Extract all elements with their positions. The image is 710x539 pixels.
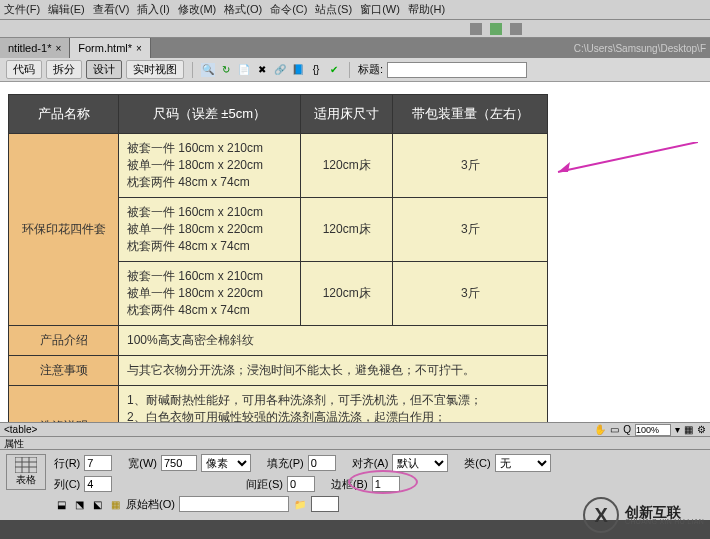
link-icon[interactable]: 🔗 <box>273 63 287 77</box>
refresh-icon[interactable]: ↻ <box>219 63 233 77</box>
design-canvas[interactable]: 产品名称 尺码（误差 ±5cm） 适用床尺寸 带包装重量（左右） 环保印花四件套… <box>0 82 710 422</box>
th-size[interactable]: 尺码（误差 ±5cm） <box>119 95 301 134</box>
padding-label: 填充(P) <box>267 456 304 471</box>
align-center-icon[interactable]: ⬔ <box>72 497 86 511</box>
document-tabs: ntitled-1* × Form.html* × C:\Users\Samsu… <box>0 38 710 58</box>
grid-icon[interactable]: ▦ <box>684 424 693 435</box>
cell-spec[interactable]: 被套一件 160cm x 210cm 被单一件 180cm x 220cm 枕套… <box>119 198 301 262</box>
wash-line: 1、耐碱耐热性能好，可用各种洗涤剂，可手洗机洗，但不宜氯漂； <box>127 392 539 409</box>
layout-icon[interactable] <box>470 23 482 35</box>
spec-line: 被单一件 180cm x 220cm <box>127 157 292 174</box>
cell-bed[interactable]: 120cm床 <box>300 262 393 326</box>
inspect-icon[interactable]: 🔍 <box>201 63 215 77</box>
spec-line: 被单一件 180cm x 220cm <box>127 285 292 302</box>
main-icon-toolbar <box>0 20 710 38</box>
zoom-input[interactable] <box>635 424 671 436</box>
class-select[interactable]: 无 <box>495 454 551 472</box>
cell-bed[interactable]: 120cm床 <box>300 134 393 198</box>
width-label: 宽(W) <box>128 456 157 471</box>
rows-input[interactable] <box>84 455 112 471</box>
menu-modify[interactable]: 修改(M) <box>178 2 217 17</box>
cell-intro[interactable]: 100%高支高密全棉斜纹 <box>119 326 548 356</box>
cell-spec[interactable]: 被套一件 160cm x 210cm 被单一件 180cm x 220cm 枕套… <box>119 134 301 198</box>
menu-view[interactable]: 查看(V) <box>93 2 130 17</box>
align-label: 对齐(A) <box>352 456 389 471</box>
menu-command[interactable]: 命令(C) <box>270 2 307 17</box>
border-input[interactable] <box>372 476 400 492</box>
menu-help[interactable]: 帮助(H) <box>408 2 445 17</box>
menu-edit[interactable]: 编辑(E) <box>48 2 85 17</box>
cell-bed[interactable]: 120cm床 <box>300 198 393 262</box>
svg-rect-2 <box>15 457 37 473</box>
properties-panel-title: 属性 <box>0 436 710 450</box>
zoom-tool-icon[interactable]: Q <box>623 424 631 435</box>
cell-weight[interactable]: 3斤 <box>393 134 548 198</box>
design-view-button[interactable]: 设计 <box>86 60 122 79</box>
select-tool-icon[interactable]: ▭ <box>610 424 619 435</box>
cell-weight[interactable]: 3斤 <box>393 262 548 326</box>
split-view-button[interactable]: 拆分 <box>46 60 82 79</box>
cell-wash-label[interactable]: 洗涤说明 <box>9 386 119 423</box>
spec-line: 枕套两件 48cm x 74cm <box>127 302 292 319</box>
settings-icon[interactable]: ⚙ <box>697 424 706 435</box>
cell-weight[interactable]: 3斤 <box>393 198 548 262</box>
separator <box>349 62 350 78</box>
th-bed[interactable]: 适用床尺寸 <box>300 95 393 134</box>
menu-site[interactable]: 站点(S) <box>315 2 352 17</box>
check-icon[interactable]: ✔ <box>327 63 341 77</box>
live-view-button[interactable]: 实时视图 <box>126 60 184 79</box>
cell-category[interactable]: 环保印花四件套 <box>9 134 119 326</box>
th-name[interactable]: 产品名称 <box>9 95 119 134</box>
close-icon[interactable]: × <box>55 43 61 54</box>
logo-subtext: CHUANG XIN HU LIAN <box>625 518 704 525</box>
svg-line-0 <box>558 142 698 172</box>
align-right-icon[interactable]: ⬕ <box>90 497 104 511</box>
tab-untitled[interactable]: ntitled-1* × <box>0 38 70 58</box>
product-table[interactable]: 产品名称 尺码（误差 ±5cm） 适用床尺寸 带包装重量（左右） 环保印花四件套… <box>8 94 548 422</box>
book-icon[interactable]: 📘 <box>291 63 305 77</box>
cell-note-label[interactable]: 注意事项 <box>9 356 119 386</box>
cell-note[interactable]: 与其它衣物分开洗涤；浸泡时间不能太长，避免褪色；不可拧干。 <box>119 356 548 386</box>
padding-input[interactable] <box>308 455 336 471</box>
svg-marker-1 <box>558 162 570 172</box>
close-icon[interactable]: × <box>136 43 142 54</box>
table-element-icon: 表格 <box>6 454 46 490</box>
menu-insert[interactable]: 插入(I) <box>137 2 169 17</box>
wash-line: 2、白色衣物可用碱性较强的洗涤剂高温洗涤，起漂白作用； <box>127 409 539 422</box>
tool-icon[interactable]: ✖ <box>255 63 269 77</box>
original-label: 原始档(O) <box>126 497 175 512</box>
title-label: 标题: <box>358 62 383 77</box>
cell-spec[interactable]: 被套一件 160cm x 210cm 被单一件 180cm x 220cm 枕套… <box>119 262 301 326</box>
hand-tool-icon[interactable]: ✋ <box>594 424 606 435</box>
merge-icon[interactable]: ▦ <box>108 497 122 511</box>
panel-icon-2[interactable] <box>510 23 522 35</box>
menu-format[interactable]: 格式(O) <box>224 2 262 17</box>
original-input[interactable] <box>179 496 289 512</box>
file-path: C:\Users\Samsung\Desktop\F <box>574 43 706 54</box>
cols-input[interactable] <box>84 476 112 492</box>
menu-window[interactable]: 窗口(W) <box>360 2 400 17</box>
folder-icon[interactable]: 📁 <box>293 497 307 511</box>
align-select[interactable]: 默认 <box>392 454 448 472</box>
dropdown-icon[interactable]: ▾ <box>675 424 680 435</box>
cell-intro-label[interactable]: 产品介绍 <box>9 326 119 356</box>
color-swatch-icon[interactable] <box>311 496 339 512</box>
tag-icon[interactable]: {} <box>309 63 323 77</box>
width-input[interactable] <box>161 455 197 471</box>
title-input[interactable] <box>387 62 527 78</box>
tab-form-html[interactable]: Form.html* × <box>70 38 151 58</box>
spec-line: 被单一件 180cm x 220cm <box>127 221 292 238</box>
watermark-logo: X 创新互联 CHUANG XIN HU LIAN <box>583 497 704 533</box>
width-unit-select[interactable]: 像素 <box>201 454 251 472</box>
cell-wash[interactable]: 1、耐碱耐热性能好，可用各种洗涤剂，可手洗机洗，但不宜氯漂； 2、白色衣物可用碱… <box>119 386 548 423</box>
spec-line: 枕套两件 48cm x 74cm <box>127 238 292 255</box>
panel-icon[interactable] <box>490 23 502 35</box>
menu-file[interactable]: 文件(F) <box>4 2 40 17</box>
tag-breadcrumb[interactable]: <table> <box>4 424 37 435</box>
code-view-button[interactable]: 代码 <box>6 60 42 79</box>
spacing-input[interactable] <box>287 476 315 492</box>
align-left-icon[interactable]: ⬓ <box>54 497 68 511</box>
page-icon[interactable]: 📄 <box>237 63 251 77</box>
th-weight[interactable]: 带包装重量（左右） <box>393 95 548 134</box>
border-label: 边框(B) <box>331 477 368 492</box>
